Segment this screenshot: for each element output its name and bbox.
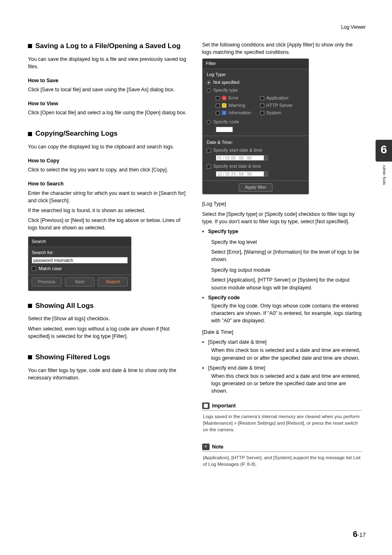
chk-end-date[interactable]: [207, 164, 211, 169]
chk-warning[interactable]: [216, 104, 220, 108]
subhead-how-to-search: How to Search: [28, 180, 187, 187]
apply-filter-button[interactable]: Apply filter: [239, 183, 272, 192]
subhead-date-time: [Date & Time]: [202, 328, 362, 336]
important-heading: Important: [212, 402, 236, 409]
chk-information[interactable]: [216, 111, 220, 115]
body-text: Click [Save to local file] and save usin…: [28, 86, 187, 93]
body-text: Click [Previous] or [Next] to search the…: [28, 217, 187, 231]
search-panel: Search Search for: Match case Previous N…: [28, 236, 131, 291]
body-text: Enter the character string for which you…: [28, 190, 187, 204]
footer-page: 17: [359, 532, 366, 538]
match-case-checkbox[interactable]: [32, 266, 36, 271]
chapter-label: Admin Tools: [381, 165, 387, 185]
next-button[interactable]: Next: [65, 278, 95, 287]
bullet-end-date: [Specify end date & time]: [208, 364, 265, 372]
bullet-specify-code: Specify code: [208, 294, 240, 301]
side-tab: 6 Admin Tools: [376, 140, 392, 185]
heading-text: Showing All Logs: [35, 301, 94, 311]
chk-start-date[interactable]: [207, 148, 211, 153]
body-text: Click [Open local file] and select a log…: [28, 109, 187, 116]
square-bullet-icon: [28, 355, 32, 359]
square-bullet-icon: [28, 44, 32, 48]
chapter-number: 6: [376, 140, 392, 162]
start-date-input[interactable]: 01 / 01 00 : 00 : 00: [216, 155, 264, 161]
lvl-label: Information: [228, 110, 251, 116]
spinner-icon[interactable]: [264, 155, 268, 161]
note-body: [Application], [HTTP Server], and [Syste…: [202, 452, 362, 467]
lvl-label: Error: [228, 95, 238, 102]
note-icon: ≡: [202, 444, 210, 450]
subhead-log-type: [Log Type]: [202, 200, 362, 208]
important-icon: [202, 402, 210, 409]
note-heading: Note: [212, 443, 224, 451]
square-bullet-icon: [28, 304, 32, 308]
subhead-how-to-copy: How to Copy: [28, 157, 187, 164]
radio-specify-type[interactable]: [207, 88, 211, 92]
important-body: Logs saved in the camera's internal memo…: [202, 411, 362, 433]
radio-label: Specify type: [213, 87, 238, 94]
heading-text: Copying/Searching Logs: [35, 129, 118, 139]
radio-specify-code[interactable]: [207, 120, 211, 124]
lvl-label: HTTP Server: [266, 102, 293, 109]
body-text: Select [Application], [HTTP Server] or […: [211, 276, 362, 291]
heading-saving-log: Saving a Log to a File/Opening a Saved L…: [28, 41, 187, 51]
body-text: Select [Error], [Warning] or [Informatio…: [211, 248, 362, 263]
chk-error[interactable]: [216, 96, 220, 100]
bullet-icon: •: [202, 338, 204, 346]
heading-copy-search: Copying/Searching Logs: [28, 129, 187, 139]
body-text: Specify the log code. Only logs whose co…: [211, 302, 362, 324]
lvl-label: Application: [266, 95, 288, 102]
end-date-input[interactable]: 12 / 31 23 : 59 : 59: [216, 171, 264, 177]
heading-text: Saving a Log to a File/Opening a Saved L…: [35, 41, 180, 51]
datetime-label: Date & Time:: [207, 139, 304, 146]
bullet-start-date: [Specify start date & time]: [208, 338, 266, 346]
chk-label: Specify start date & time: [213, 147, 262, 154]
warning-icon: !: [222, 103, 226, 108]
chk-application[interactable]: [260, 96, 264, 100]
previous-button[interactable]: Previous: [32, 278, 62, 287]
body-text: Select the [Show all logs] checkbox.: [28, 315, 187, 322]
panel-title: Search: [28, 237, 131, 247]
search-input[interactable]: [32, 257, 128, 264]
body-text: When this check box is selected and a da…: [211, 347, 362, 361]
heading-showing-all: Showing All Logs: [28, 301, 187, 311]
bullet-specify-type: Specify type: [208, 228, 238, 235]
heading-text: Showing Filtered Logs: [35, 352, 110, 363]
filter-panel: Filter Log Type: Not specified Specify t…: [202, 58, 309, 194]
lvl-label: System: [266, 110, 281, 116]
body-text: Select the [Specify type] or [Specify co…: [202, 210, 362, 225]
body-text: Set the following conditions and click […: [202, 41, 362, 56]
body-text: You can save the displayed log to a file…: [28, 56, 187, 70]
breadcrumb: Log Viewer: [341, 24, 366, 31]
search-button[interactable]: Search: [98, 278, 128, 287]
logtype-label: Log Type:: [207, 72, 304, 78]
body-text: Click to select the log you want to copy…: [28, 166, 187, 173]
chk-label: Specify end date & time: [213, 163, 261, 170]
chk-system[interactable]: [260, 111, 264, 115]
heading-showing-filtered: Showing Filtered Logs: [28, 352, 187, 363]
code-input[interactable]: [216, 127, 233, 132]
bullet-icon: •: [202, 364, 204, 372]
subhead-how-to-save: How to Save: [28, 77, 187, 84]
info-icon: i: [222, 111, 226, 115]
left-column: Saving a Log to a File/Opening a Saved L…: [28, 41, 187, 467]
body-text: Specify log output module: [211, 266, 362, 274]
radio-label: Not specified: [213, 79, 240, 86]
footer-chapter: 6: [353, 530, 357, 539]
body-text: If the searched log is found, it is show…: [28, 207, 187, 214]
body-text: You can filter logs by type, code and da…: [28, 367, 187, 382]
spinner-icon[interactable]: [264, 171, 268, 177]
lvl-label: Warning: [228, 102, 245, 109]
search-for-label: Search for:: [32, 250, 128, 256]
radio-not-specified[interactable]: [207, 81, 211, 85]
note-box: ≡ Note [Application], [HTTP Server], and…: [202, 442, 362, 467]
body-text: When this check box is selected and a da…: [211, 372, 362, 395]
body-text: When selected, even logs without a log c…: [28, 325, 187, 340]
bullet-icon: •: [202, 228, 204, 235]
panel-title: Filter: [203, 59, 309, 69]
chk-http[interactable]: [260, 104, 264, 108]
error-icon: ×: [222, 96, 226, 100]
page-footer: 6-17: [353, 528, 366, 540]
radio-label: Specify code: [213, 119, 239, 125]
right-column: Set the following conditions and click […: [202, 41, 362, 467]
